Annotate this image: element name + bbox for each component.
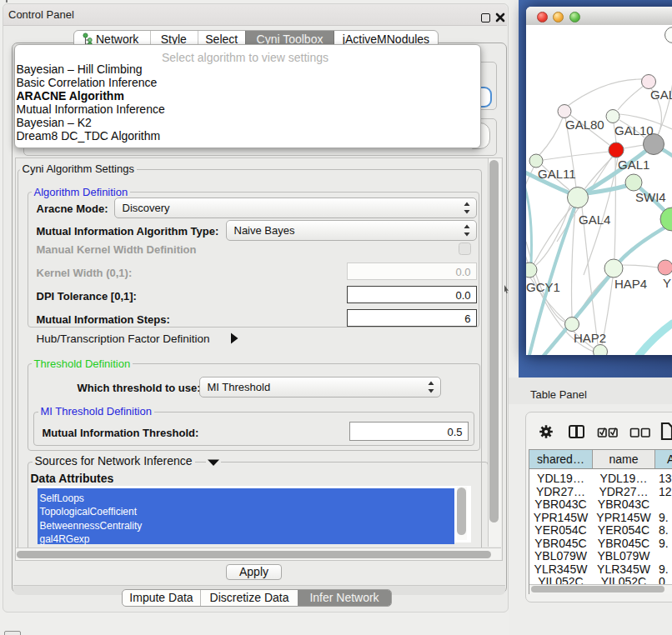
svg-text:GAL11: GAL11 bbox=[538, 167, 576, 181]
svg-text:GAL10: GAL10 bbox=[614, 123, 654, 138]
svg-text:GAL7: GAL7 bbox=[650, 88, 672, 102]
svg-text:GAL80: GAL80 bbox=[565, 118, 604, 132]
svg-text:HAP4: HAP4 bbox=[614, 277, 647, 291]
svg-text:HAP2: HAP2 bbox=[574, 331, 606, 345]
svg-text:GAL1: GAL1 bbox=[618, 158, 649, 172]
svg-text:Y: Y bbox=[663, 276, 671, 290]
svg-text:GCY1: GCY1 bbox=[526, 280, 560, 294]
svg-text:GAL4: GAL4 bbox=[579, 212, 610, 227]
svg-text:SWI4: SWI4 bbox=[635, 190, 666, 204]
